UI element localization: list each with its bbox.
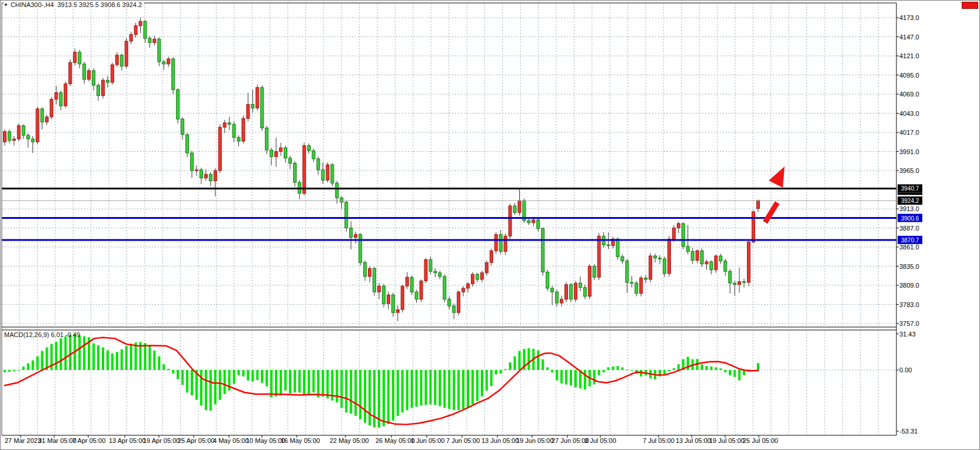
candle [359,235,362,263]
candle [640,278,643,294]
candle [200,170,202,178]
candle [696,251,699,260]
candle [391,295,394,312]
candle [752,212,755,242]
candle [406,277,408,286]
candle [499,235,502,252]
svg-text:19 Jul 05:00: 19 Jul 05:00 [709,437,745,444]
candle [101,80,104,95]
candle [616,239,619,256]
macd-indicator-label: MACD(12,26,9) 6.01 -0.49 [4,331,82,338]
svg-text:10 May 05:00: 10 May 05:00 [246,437,285,444]
candle [45,117,48,122]
macd-signal-line [5,338,758,425]
candle [265,128,268,151]
candle [663,259,666,274]
candle [593,266,596,278]
candle [4,132,6,142]
candle [214,171,217,181]
candle [321,170,324,181]
candle [204,174,207,178]
candle [256,88,259,108]
candle [490,251,493,262]
candle [331,165,334,183]
svg-text:13 Jul 05:00: 13 Jul 05:00 [676,437,711,444]
candles-group[interactable] [4,18,760,321]
candle [335,183,338,198]
svg-text:3757.0: 3757.0 [899,320,919,327]
candle [158,39,161,62]
symbol-dropdown-icon[interactable]: ▼ [4,2,8,8]
svg-text:7 Apr 05:00: 7 Apr 05:00 [72,437,105,444]
candle [401,286,404,309]
candle [569,285,572,299]
candle [191,153,194,171]
candle [434,271,437,273]
svg-text:3 Jul 05:00: 3 Jul 05:00 [584,437,616,444]
price-axis: 4173.04147.04121.04095.04069.04043.04017… [896,14,922,435]
candle [635,283,638,294]
candle [556,292,559,303]
svg-text:19 Jun 05:00: 19 Jun 05:00 [516,437,554,444]
candle [453,306,456,312]
candle [743,282,746,282]
candle [172,59,175,90]
candle [288,158,291,164]
candle [181,119,184,135]
candle [55,93,58,99]
candle [78,52,81,64]
candle [139,21,142,26]
svg-text:3940.7: 3940.7 [901,185,919,192]
candle [354,235,357,238]
candle [69,62,72,84]
candle [485,262,488,273]
svg-text:25 Jul 05:00: 25 Jul 05:00 [743,437,778,444]
candle [41,109,44,122]
candle [659,258,662,259]
candle [115,55,118,65]
svg-text:4121.0: 4121.0 [899,52,919,59]
ohlc-quote: 3913.5 3925.5 3908.6 3924.2 [57,1,142,8]
candle [415,292,418,299]
svg-text:3887.0: 3887.0 [899,225,919,232]
candle [326,165,329,180]
candle [700,251,703,264]
candle [476,274,479,279]
candle [532,220,535,223]
symbol-label: CHINA300-,H4 [11,1,54,8]
candle [705,262,708,264]
candle [303,146,305,194]
price-chart-canvas[interactable]: 4173.04147.04121.04095.04069.04043.04017… [0,0,980,450]
svg-text:3991.0: 3991.0 [899,148,919,155]
candle [715,256,717,270]
candle [167,59,170,64]
candle [471,274,474,284]
candle [387,295,390,304]
svg-text:4173.0: 4173.0 [899,14,919,21]
candle [513,206,516,212]
candle [312,151,315,159]
candle [36,109,39,142]
svg-text:4 May 05:00: 4 May 05:00 [213,437,249,444]
candle [565,285,568,299]
trend-arrow[interactable] [765,166,785,222]
svg-text:19 Apr 05:00: 19 Apr 05:00 [143,437,180,444]
candle [537,220,540,229]
candle [429,259,432,271]
candle [677,224,680,228]
candle [621,256,624,261]
candle [134,26,137,35]
svg-text:3924.2: 3924.2 [901,198,919,204]
candle [382,286,385,304]
window-control-red[interactable] [962,2,978,9]
candle [22,126,25,135]
candle [88,71,91,79]
candle [307,146,310,151]
candle [729,271,732,283]
macd-main-value: 6.01 [51,331,63,338]
candle [542,229,544,272]
candle [448,299,451,306]
candle [710,262,713,270]
svg-text:3913.0: 3913.0 [899,205,919,212]
candle [738,282,741,285]
